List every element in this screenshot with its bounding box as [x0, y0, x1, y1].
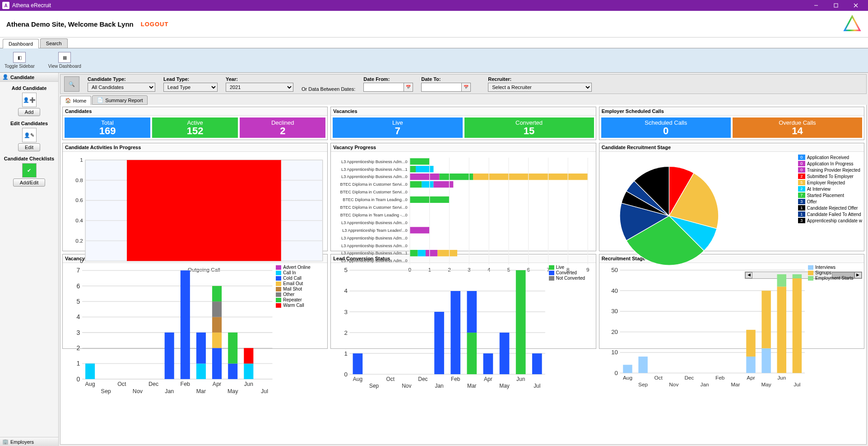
svg-text:Mar: Mar: [731, 381, 740, 388]
lead-type-select[interactable]: Lead Type: [163, 83, 218, 92]
edit-candidates-label: Edit Candidates: [2, 121, 56, 126]
calendar-icon[interactable]: 📅: [404, 83, 413, 92]
maximize-button[interactable]: [826, 0, 846, 11]
svg-text:Oct: Oct: [386, 376, 395, 382]
user-icon: 👤: [2, 74, 9, 80]
welcome-text: Athena Demo Site, Welcome Back Lynn: [6, 20, 134, 28]
app-icon: A: [2, 2, 9, 9]
svg-text:5: 5: [344, 267, 348, 273]
window-title: Athena eRecruit: [12, 2, 806, 9]
svg-rect-178: [792, 278, 801, 373]
svg-text:Mar: Mar: [467, 383, 477, 389]
svg-text:L3 Apprenticeship Business Adm: L3 Apprenticeship Business Adm...1: [341, 167, 408, 172]
panel-recruit-stage: Candidate Recruitment Stage 0Application…: [599, 143, 864, 251]
recruiter-select[interactable]: Select a Recruiter: [488, 83, 592, 92]
subtab-summary[interactable]: 📄Summary Report: [92, 95, 148, 105]
svg-text:Feb: Feb: [181, 381, 190, 387]
svg-text:BTEC Diploma in Customer Servi: BTEC Diploma in Customer Servi...0: [340, 190, 408, 194]
main-tabs: Dashboard Search: [0, 38, 868, 48]
kpi-tile: Overdue Calls14: [733, 117, 862, 138]
add-candidate-button[interactable]: Add: [18, 108, 41, 116]
svg-text:10: 10: [611, 349, 618, 356]
svg-rect-1: [834, 4, 838, 7]
lead-sources-legend: Advert OnlineCall InCold CallEmail OutMa…: [276, 265, 325, 399]
add-candidate-icon: 👤➕: [22, 93, 37, 107]
svg-text:Jun: Jun: [516, 376, 525, 382]
svg-rect-31: [422, 181, 433, 188]
candidate-type-select[interactable]: All Candidates: [88, 83, 155, 92]
svg-text:3: 3: [77, 329, 80, 336]
svg-text:7: 7: [77, 267, 80, 274]
tab-search[interactable]: Search: [40, 38, 68, 48]
view-dashboard-button[interactable]: ▦ View Dashboard: [48, 50, 81, 70]
kpi-tile: Declined2: [240, 117, 325, 138]
svg-text:2: 2: [344, 329, 348, 336]
svg-text:Nov: Nov: [402, 383, 412, 389]
minimize-button[interactable]: [806, 0, 826, 11]
svg-text:Oct: Oct: [654, 375, 663, 381]
svg-rect-24: [416, 166, 433, 172]
svg-text:L3 Apprenticeship Business Adm: L3 Apprenticeship Business Adm...0: [341, 244, 408, 248]
edit-candidate-icon: 👤✎: [22, 128, 37, 142]
date-to-input[interactable]: [421, 83, 462, 92]
svg-rect-96: [196, 364, 206, 379]
svg-rect-135: [467, 333, 477, 374]
svg-text:40: 40: [611, 287, 618, 294]
svg-text:30: 30: [611, 308, 618, 315]
close-button[interactable]: [846, 0, 866, 11]
app-logo: [843, 14, 862, 33]
svg-text:50: 50: [611, 267, 618, 273]
logout-link[interactable]: LOGOUT: [141, 21, 169, 28]
vacancy-progress-chart: L3 Apprenticeship Business Adm...0L3 App…: [333, 154, 594, 279]
subtab-home[interactable]: 🏠Home: [60, 96, 91, 105]
svg-text:0: 0: [77, 376, 80, 383]
subtabs: 🏠Home 📄Summary Report: [60, 95, 867, 105]
panel-lead-conversion: Lead Conversion Status 012345AugSepOctNo…: [330, 254, 596, 349]
svg-rect-32: [434, 181, 454, 188]
svg-rect-94: [181, 270, 190, 379]
svg-text:L3 Apprenticeship Business Adm: L3 Apprenticeship Business Adm...0: [341, 221, 408, 225]
svg-text:BTEC Diploma in Customer Servi: BTEC Diploma in Customer Servi...0: [340, 182, 408, 187]
svg-rect-172: [761, 348, 771, 373]
toggle-sidebar-button[interactable]: ◧ Toggle Sidebar: [5, 50, 35, 70]
svg-rect-170: [746, 330, 755, 357]
svg-text:Feb: Feb: [715, 375, 725, 381]
svg-text:Nov: Nov: [669, 381, 678, 388]
svg-text:3: 3: [344, 309, 348, 315]
svg-rect-18: [127, 160, 281, 261]
svg-rect-159: [623, 365, 632, 373]
svg-text:Dec: Dec: [684, 375, 694, 381]
edit-candidate-button[interactable]: Edit: [18, 143, 40, 151]
svg-rect-131: [435, 312, 445, 374]
report-icon: 📄: [97, 97, 103, 103]
year-select[interactable]: 2021: [226, 83, 293, 92]
svg-rect-23: [410, 166, 416, 172]
svg-text:Aug: Aug: [353, 376, 362, 382]
kpi-tile: Active152: [152, 117, 238, 138]
checklist-button[interactable]: Add/Edit: [13, 178, 46, 187]
svg-rect-173: [761, 291, 771, 348]
date-from-input[interactable]: [363, 83, 404, 92]
tab-dashboard[interactable]: Dashboard: [3, 39, 39, 48]
svg-text:L3 Apprenticeship Business Adm: L3 Apprenticeship Business Adm...0: [341, 236, 408, 240]
svg-text:Jun: Jun: [777, 375, 786, 381]
panel-calls: Employer Scheduled Calls Scheduled Calls…: [599, 107, 864, 140]
svg-text:Dec: Dec: [149, 381, 158, 387]
sidebar-head-candidate[interactable]: 👤 Candidate: [0, 73, 58, 82]
recruit-stage-pie: [601, 154, 737, 278]
sidebar-employers[interactable]: 🏢 Employers: [0, 437, 58, 446]
calendar-icon[interactable]: 📅: [462, 83, 471, 92]
svg-text:Aug: Aug: [85, 381, 95, 387]
home-icon: 🏠: [65, 98, 71, 103]
add-candidate-label: Add Candidate: [2, 85, 56, 91]
window-titlebar: A Athena eRecruit: [0, 0, 868, 11]
svg-text:1: 1: [77, 360, 80, 367]
svg-text:L3 Apprenticeship Business Adm: L3 Apprenticeship Business Adm...0: [341, 175, 408, 179]
svg-rect-105: [228, 364, 237, 379]
svg-rect-101: [212, 317, 222, 333]
filter-icon: 🔍: [64, 76, 79, 92]
svg-rect-44: [410, 250, 418, 256]
sidebar-toggle-icon: ◧: [13, 52, 26, 63]
svg-rect-27: [440, 174, 473, 180]
svg-text:Dec: Dec: [418, 376, 428, 382]
